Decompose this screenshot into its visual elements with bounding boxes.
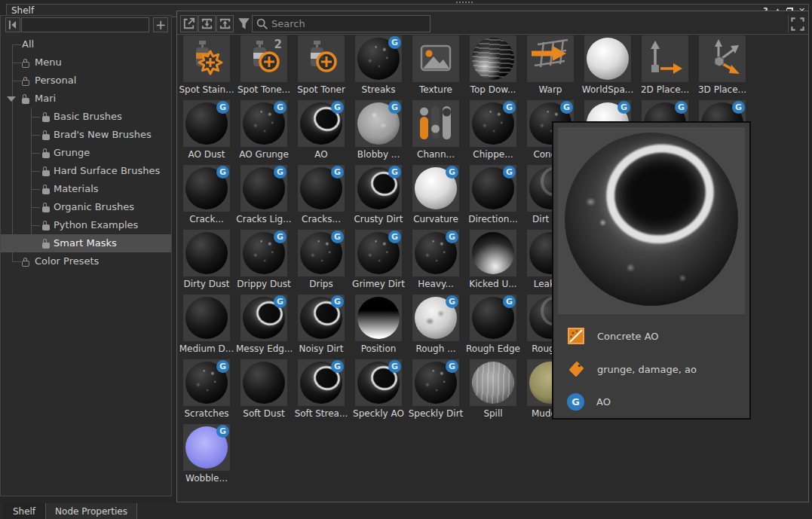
expand-panel-button[interactable] — [788, 15, 807, 32]
add-shelf-button[interactable]: + — [153, 17, 168, 32]
search-box[interactable] — [252, 15, 431, 32]
shader-ball-thumbnail[interactable]: G — [412, 165, 459, 212]
shader-ball-thumbnail[interactable] — [183, 230, 230, 276]
export-shelf-button[interactable] — [216, 15, 234, 32]
shader-ball-thumbnail[interactable]: G — [241, 100, 287, 147]
shelf-item[interactable]: GWobble... — [179, 424, 234, 486]
shelf-item[interactable]: Dirty Dust — [179, 230, 234, 292]
shader-ball-thumbnail[interactable]: G — [183, 100, 230, 147]
shelf-item[interactable]: GScratches — [179, 359, 234, 421]
open-external-button[interactable] — [180, 15, 198, 32]
shader-ball-thumbnail[interactable] — [470, 35, 516, 82]
tree-item-materials[interactable]: Materials — [1, 180, 171, 198]
tree-item-hard-surface-brushes[interactable]: Hard Surface Brushes — [1, 162, 171, 180]
shader-ball-thumbnail[interactable]: G — [183, 165, 230, 212]
shelf-item[interactable]: GAO Dust — [179, 100, 234, 162]
shader-ball-thumbnail[interactable]: G — [241, 165, 287, 212]
tree-item-brad-s-new-brushes[interactable]: Brad's New Brushes — [1, 126, 171, 144]
place2d-thumbnail[interactable] — [642, 35, 688, 82]
shelf-item[interactable]: Position — [351, 295, 406, 356]
shader-ball-thumbnail[interactable]: G — [183, 424, 230, 471]
shelf-item[interactable]: Medium D... — [179, 295, 234, 356]
shelf-item[interactable]: GDrippy Dust — [236, 230, 292, 292]
shelf-item[interactable]: GBlobby ... — [351, 100, 406, 162]
shader-ball-thumbnail[interactable]: G — [355, 230, 402, 276]
shader-ball-thumbnail[interactable] — [470, 230, 516, 276]
shelf-item[interactable]: GDrips — [293, 230, 349, 292]
tree-item-color-presets[interactable]: Color Presets — [1, 252, 171, 270]
shader-ball-thumbnail[interactable]: G — [412, 230, 459, 276]
shader-ball-thumbnail[interactable]: G — [470, 295, 516, 341]
shader-ball-thumbnail[interactable]: G — [298, 165, 345, 212]
shelf-item[interactable]: Spot Stain... — [179, 35, 234, 97]
shelf-item[interactable]: 2Spot Tone... — [236, 35, 292, 97]
shelf-item[interactable]: 3D Place... — [694, 35, 750, 97]
shader-ball-thumbnail[interactable] — [584, 35, 631, 82]
shelf-item[interactable]: GCracks Lig... — [236, 165, 292, 227]
channel-thumbnail[interactable] — [412, 100, 459, 147]
spot-toner-thumbnail[interactable]: 2 — [241, 35, 287, 82]
shelf-item[interactable]: Kicked U... — [465, 230, 521, 292]
tree-item-menu[interactable]: Menu — [1, 53, 171, 72]
shelf-item[interactable]: GAO — [293, 100, 349, 162]
shader-ball-thumbnail[interactable] — [355, 295, 402, 341]
tab-node-properties[interactable]: Node Properties — [45, 503, 137, 519]
shelf-item[interactable]: GSpeckly Dirt — [408, 359, 464, 421]
tree-item-basic-brushes[interactable]: Basic Brushes — [1, 108, 171, 126]
shader-ball-thumbnail[interactable]: G — [183, 359, 230, 406]
shelf-item[interactable]: GSoft Strea... — [293, 359, 349, 421]
shader-ball-thumbnail[interactable] — [183, 295, 230, 341]
shelf-item[interactable]: Spot Toner — [293, 35, 349, 97]
shelf-item[interactable]: GCrusty Dirt — [351, 165, 406, 227]
shelf-item[interactable]: Warp — [522, 35, 578, 97]
shader-ball-thumbnail[interactable] — [470, 359, 516, 406]
shelf-item[interactable]: GCurvature — [408, 165, 464, 227]
shader-ball-thumbnail[interactable]: G — [355, 35, 402, 82]
tree-item-organic-brushes[interactable]: Organic Brushes — [1, 198, 171, 216]
shader-ball-thumbnail[interactable]: G — [470, 100, 516, 147]
shelf-item[interactable]: Chann... — [408, 100, 464, 162]
tree-item-all[interactable]: All — [1, 35, 171, 53]
spot-stain-thumbnail[interactable] — [183, 35, 230, 82]
shader-ball-thumbnail[interactable]: G — [355, 100, 402, 147]
shelf-item[interactable]: Top Dow... — [465, 35, 521, 97]
tree-item-mari[interactable]: Mari — [1, 90, 171, 108]
shader-ball-thumbnail[interactable]: G — [298, 230, 345, 276]
shelf-item[interactable]: GChippe... — [465, 100, 521, 162]
import-shelf-button[interactable] — [198, 15, 216, 32]
shelf-item[interactable]: GHeavy... — [408, 230, 464, 292]
shader-ball-thumbnail[interactable] — [241, 359, 287, 406]
shader-ball-thumbnail[interactable]: G — [355, 359, 402, 406]
shelf-item[interactable]: GCrack... — [179, 165, 234, 227]
shelf-item[interactable]: GCracks... — [293, 165, 349, 227]
tab-shelf[interactable]: Shelf — [3, 503, 45, 519]
filter-button[interactable] — [235, 15, 253, 32]
shelf-item[interactable]: GDirection... — [465, 165, 521, 227]
shelf-item[interactable]: WorldSpa... — [580, 35, 636, 97]
place3d-thumbnail[interactable] — [699, 35, 746, 82]
shelf-item[interactable]: GGrimey Dirt — [351, 230, 406, 292]
collapse-panel-button[interactable] — [5, 17, 20, 32]
shader-ball-thumbnail[interactable]: G — [241, 230, 287, 276]
shader-ball-thumbnail[interactable]: G — [241, 295, 287, 341]
shelf-filter-input[interactable] — [21, 17, 149, 32]
shader-ball-thumbnail[interactable]: G — [298, 100, 345, 147]
tree-item-grunge[interactable]: Grunge — [1, 144, 171, 162]
shelf-item[interactable]: GMessy Edg... — [236, 295, 292, 356]
tree-item-personal[interactable]: Personal — [1, 72, 171, 90]
shader-ball-thumbnail[interactable]: G — [298, 295, 345, 341]
shelf-item[interactable]: GSpeckly AO — [351, 359, 406, 421]
shelf-item[interactable]: GAO Grunge — [236, 100, 292, 162]
shelf-item[interactable]: Texture — [408, 35, 464, 97]
tree-item-smart-masks[interactable]: Smart Masks — [1, 234, 171, 252]
shader-ball-thumbnail[interactable]: G — [298, 359, 345, 406]
shelf-item[interactable]: GStreaks — [351, 35, 406, 97]
shelf-item[interactable]: GRough Edge — [465, 295, 521, 356]
expand-triangle-icon[interactable] — [7, 96, 16, 102]
shader-ball-thumbnail[interactable]: G — [470, 165, 516, 212]
shelf-item[interactable]: GRough ... — [408, 295, 464, 356]
warp-thumbnail[interactable] — [527, 35, 574, 82]
tree-item-python-examples[interactable]: Python Examples — [1, 216, 171, 234]
shader-ball-thumbnail[interactable]: G — [355, 165, 402, 212]
spot-toner-thumbnail[interactable] — [298, 35, 345, 82]
